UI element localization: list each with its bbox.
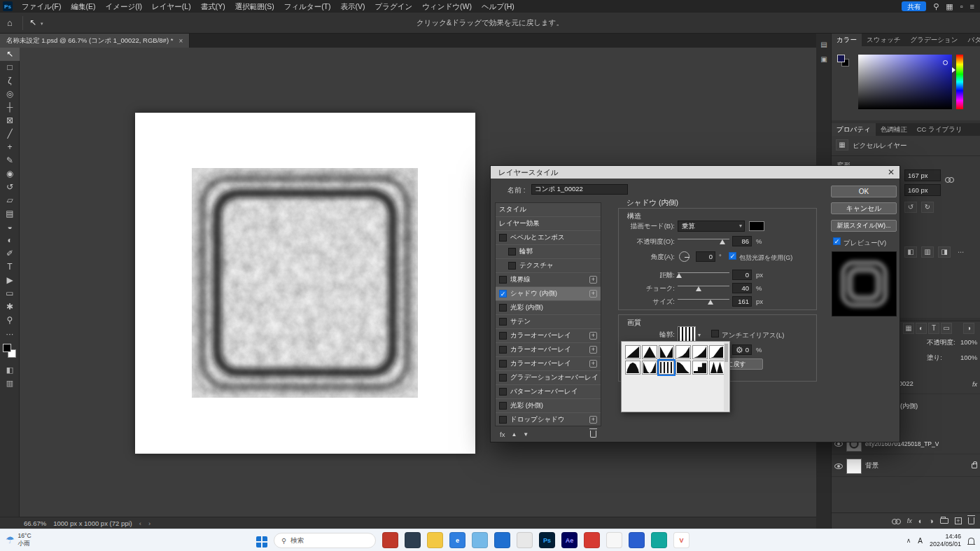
hue-marker[interactable]	[952, 67, 955, 73]
contour-rounded-steps[interactable]	[692, 361, 708, 375]
style-name-input[interactable]	[531, 184, 628, 195]
antialias-checkbox[interactable]	[711, 330, 719, 337]
style-checkbox[interactable]	[499, 276, 507, 284]
gradient-tool[interactable]: ▤	[0, 207, 20, 221]
add-effect-icon[interactable]: +	[589, 346, 597, 354]
style-checkbox[interactable]	[499, 318, 507, 326]
layer-style-item[interactable]: 境界線+	[496, 273, 601, 287]
more-options-icon[interactable]: ⋯	[958, 248, 965, 256]
layer-style-item[interactable]: サテン	[496, 315, 601, 329]
taskbar-app-icon[interactable]	[494, 532, 510, 548]
panel-tab[interactable]: プロパティ	[832, 123, 876, 136]
layer-style-item[interactable]: 光彩 (内側)	[496, 301, 601, 315]
layer-style-item[interactable]: カラーオーバーレイ+	[496, 329, 601, 343]
object-selection-tool[interactable]: ◎	[0, 88, 20, 101]
layer-row[interactable]: 背景	[832, 456, 980, 477]
type-tool[interactable]: T	[0, 260, 20, 274]
panel-icon[interactable]: ◧	[904, 246, 917, 258]
add-effect-icon[interactable]: +	[589, 290, 597, 298]
taskbar-app-icon[interactable]	[472, 532, 488, 548]
taskbar-app-icon[interactable]: e	[449, 532, 465, 548]
menubar-item[interactable]: ウィンドウ(W)	[417, 0, 477, 13]
move-effect-down-icon[interactable]: ▼	[523, 431, 528, 438]
cancel-button[interactable]: キャンセル	[831, 202, 897, 214]
style-checkbox[interactable]	[499, 416, 507, 424]
document-canvas[interactable]	[135, 113, 475, 454]
brush-tool[interactable]: ✎	[0, 154, 20, 167]
rotate-ccw-icon[interactable]: ↺	[904, 202, 917, 213]
hand-tool[interactable]: ✱	[0, 300, 20, 314]
add-mask-icon[interactable]: ◐	[918, 517, 923, 525]
hue-slider[interactable]	[956, 55, 963, 109]
choke-slider[interactable]	[678, 284, 729, 291]
zoom-tool[interactable]: ⚲	[0, 314, 20, 327]
opacity-value[interactable]: 100%	[960, 338, 977, 346]
layer-style-item[interactable]: レイヤー効果	[496, 217, 601, 231]
share-button[interactable]: 共有	[902, 1, 926, 11]
add-effect-icon[interactable]: +	[589, 360, 597, 368]
contour-swatch[interactable]	[678, 326, 696, 342]
menubar-item[interactable]: 編集(E)	[66, 0, 100, 13]
contour-ring[interactable]	[642, 361, 657, 375]
blend-mode-select[interactable]: 乗算	[678, 221, 745, 232]
filter-toggle-icon[interactable]: ◑	[963, 323, 974, 334]
contour-linear[interactable]	[625, 345, 640, 359]
angle-input[interactable]: 0	[696, 251, 715, 262]
start-button[interactable]	[256, 536, 267, 547]
menubar-item[interactable]: プラグイン	[370, 0, 418, 13]
filter-shape-icon[interactable]: ▭	[941, 323, 952, 334]
home-icon[interactable]: ⌂	[7, 18, 13, 28]
contour-cove-shallow[interactable]	[692, 345, 708, 359]
history-brush-tool[interactable]: ↺	[0, 181, 20, 194]
fx-menu-icon[interactable]: fx	[500, 431, 505, 438]
menubar-item[interactable]: ヘルプ(H)	[477, 0, 519, 13]
choke-input[interactable]: 40	[732, 283, 752, 293]
contour-ring-double[interactable]	[659, 361, 674, 375]
menubar-item[interactable]: 書式(Y)	[196, 0, 230, 13]
taskbar-app-icon[interactable]	[629, 532, 645, 548]
opacity-input[interactable]: 86	[732, 236, 752, 246]
layer-style-item[interactable]: スタイル	[496, 203, 601, 217]
tray-chevron-icon[interactable]: ∧	[906, 537, 911, 544]
contour-cone-inverted[interactable]	[659, 345, 674, 359]
saturation-brightness-field[interactable]	[858, 55, 952, 109]
style-checkbox[interactable]	[499, 332, 507, 340]
contour-rolling-slope[interactable]	[676, 361, 691, 375]
healing-brush-tool[interactable]: +	[0, 141, 20, 154]
height-field[interactable]: 160 px	[904, 184, 941, 196]
move-tool-icon[interactable]: ↖	[29, 18, 36, 27]
layer-style-item[interactable]: カラーオーバーレイ+	[496, 343, 601, 357]
close-icon[interactable]: ✕	[888, 166, 895, 179]
menubar-item[interactable]: 選択範囲(S)	[230, 0, 279, 13]
weather-widget[interactable]: ☂ 16°C 小雨	[6, 532, 31, 547]
add-effect-icon[interactable]: +	[589, 332, 597, 340]
menubar-item[interactable]: フィルター(T)	[279, 0, 336, 13]
link-layers-icon[interactable]	[892, 518, 901, 524]
layer-visibility-icon[interactable]	[834, 463, 843, 469]
document-tab[interactable]: 名称未設定 1.psd @ 66.7% (コンポ 1_00022, RGB/8#…	[0, 34, 190, 48]
panel-tab[interactable]: 色調補正	[876, 123, 912, 136]
delete-layer-icon[interactable]	[968, 517, 974, 524]
layer-style-item[interactable]: ベベルとエンボス	[496, 231, 601, 245]
taskbar-app-icon[interactable]	[427, 532, 443, 548]
size-slider[interactable]	[678, 297, 729, 305]
marquee-tool[interactable]: □	[0, 61, 20, 74]
layer-style-item[interactable]: テクスチャ	[496, 259, 601, 273]
distance-slider[interactable]	[678, 270, 729, 278]
blur-tool[interactable]: ◒	[0, 221, 20, 234]
layer-style-item[interactable]: 輪郭	[496, 245, 601, 259]
panel-tab[interactable]: グラデーション	[906, 34, 963, 46]
color-panel-swatches[interactable]	[836, 53, 851, 69]
taskbar-app-icon[interactable]	[405, 532, 421, 548]
taskbar-app-icon[interactable]	[606, 532, 622, 548]
new-style-button[interactable]: 新規スタイル(W)...	[831, 220, 897, 232]
popup-scrollbar[interactable]	[724, 342, 729, 411]
style-checkbox[interactable]	[499, 304, 507, 312]
menubar-item[interactable]: レイヤー(L)	[147, 0, 196, 13]
filter-pixel-icon[interactable]: ▦	[903, 323, 914, 334]
filter-type-icon[interactable]: T	[928, 323, 939, 334]
contour-cove-deep[interactable]	[676, 345, 691, 359]
style-checkbox[interactable]	[499, 290, 507, 298]
taskbar-app-icon[interactable]	[382, 532, 398, 548]
collapsed-panel-icon[interactable]: ▣	[816, 55, 832, 63]
